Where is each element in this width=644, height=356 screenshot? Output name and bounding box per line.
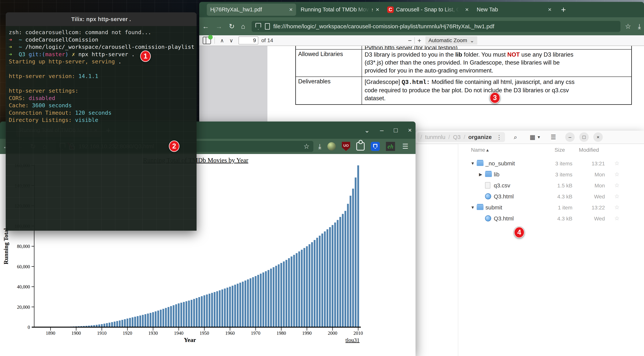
bar-1950 <box>204 295 205 327</box>
star-icon[interactable]: ☆ <box>614 160 620 166</box>
terminal-window: Tilix: npx http-server . zsh: codecarosu… <box>6 12 196 231</box>
extensions-puzzle-icon[interactable] <box>356 142 365 150</box>
url-text[interactable]: file:///home/logic/_workspace/carousell-… <box>273 23 494 30</box>
page-number-input[interactable]: 9 <box>238 36 258 44</box>
svg-text:1930: 1930 <box>148 330 158 336</box>
browser-tab[interactable]: CCarousell - Snap to List, C× <box>384 4 472 16</box>
bar-1983 <box>288 258 290 327</box>
list-tabs-icon[interactable]: ⌄ <box>364 126 370 134</box>
downloads-icon[interactable]: ⤓ <box>638 22 641 30</box>
pdf-sidebar-toggle-icon[interactable] <box>203 37 211 44</box>
minimize-button[interactable]: – <box>565 132 575 142</box>
file-name[interactable]: q3.csv <box>494 182 510 189</box>
file-row[interactable]: Q3.html4.3 kBWed☆ <box>458 214 644 224</box>
downloads-icon[interactable]: ⤓ <box>318 142 321 150</box>
file-modified: 13:22 <box>574 205 605 211</box>
expander-down-icon[interactable]: ▼ <box>470 161 475 166</box>
tab-close-icon[interactable]: × <box>465 6 469 13</box>
star-icon[interactable]: ☆ <box>614 171 620 178</box>
zoom-select[interactable]: Automatic Zoom ⌄ <box>426 36 477 44</box>
file-row[interactable]: q3.csv1.5 kBMon☆ <box>458 180 644 191</box>
expander-right-icon[interactable]: ▶ <box>479 172 482 177</box>
annotation-badge-2: 2 <box>169 140 180 152</box>
kebab-menu-icon[interactable]: ⋮ <box>496 134 502 140</box>
search-icon[interactable]: ⌕ <box>514 134 517 141</box>
bar-1941 <box>180 303 182 327</box>
file-row[interactable]: ▼_no_submit3 items13:21☆ <box>458 158 644 169</box>
home-icon[interactable]: ⌂ <box>241 22 245 30</box>
svg-text:2010: 2010 <box>354 330 363 336</box>
eh-extension-icon[interactable]: eh <box>386 142 395 151</box>
terminal-title: Tilix: npx http-server . <box>71 16 131 22</box>
page-down-icon[interactable]: ∨ <box>230 38 234 44</box>
terminal-line: ➜ ~ /home/logic/_workspace/carousell-com… <box>9 43 194 51</box>
file-name[interactable]: lib <box>494 171 500 178</box>
star-icon[interactable]: ☆ <box>614 204 620 210</box>
file-row[interactable]: ▼submit1 item13:22☆ <box>458 202 644 213</box>
star-icon[interactable]: ☆ <box>614 193 620 200</box>
list-column-headers[interactable]: Name ▲ Size Modified <box>461 147 644 155</box>
terminal-output[interactable]: zsh: codecarosuellcom: command not found… <box>6 26 196 231</box>
file-row[interactable]: Q3.html4.3 kBWed☆ <box>458 192 644 202</box>
app-menu-icon[interactable]: ☰ <box>402 142 408 150</box>
file-size: 3 items <box>534 161 572 167</box>
file-name[interactable]: Q3.html <box>494 193 514 200</box>
file-size: 4.3 kB <box>534 194 572 200</box>
grid-view-icon[interactable]: ▦ <box>530 134 535 141</box>
new-tab-button[interactable]: + <box>561 5 566 14</box>
star-icon[interactable]: ☆ <box>614 182 620 188</box>
star-icon[interactable]: ☆ <box>614 215 620 222</box>
terminal-titlebar[interactable]: Tilix: npx http-server . <box>6 12 196 26</box>
bar-1944 <box>188 300 190 327</box>
breadcrumb[interactable]: / tunmnlu / Q3 / organize ⋮ <box>418 132 505 142</box>
browser-tab[interactable]: New Tab× <box>473 4 555 16</box>
hamburger-menu-icon[interactable]: ☰ <box>550 134 556 141</box>
file-name[interactable]: _no_submit <box>486 160 515 167</box>
bar-1959 <box>226 288 228 327</box>
svg-text:1900: 1900 <box>72 330 81 336</box>
bookmark-star-icon[interactable]: ☆ <box>625 22 631 30</box>
breadcrumb-tunmnlu[interactable]: tunmnlu <box>425 134 445 140</box>
zoom-out-icon[interactable]: − <box>408 37 412 44</box>
maximize-button[interactable]: □ <box>394 126 398 134</box>
browser-tab[interactable]: Hj76RtyXaL_hw1.pdf× <box>207 4 296 16</box>
tab-close-icon[interactable]: × <box>548 6 552 13</box>
zoom-in-icon[interactable]: + <box>418 37 421 44</box>
bar-1994 <box>316 238 318 327</box>
file-modified: Mon <box>574 183 605 189</box>
file-name[interactable]: Q3.html <box>494 215 514 222</box>
page-up-icon[interactable]: ∧ <box>220 38 224 44</box>
tab-close-icon[interactable]: × <box>376 6 379 13</box>
file-size: 4.3 kB <box>534 216 572 222</box>
reload-icon[interactable]: ↻ <box>229 22 234 30</box>
expander-down-icon[interactable]: ▼ <box>470 205 475 210</box>
view-caret-icon[interactable]: ▾ <box>538 134 540 140</box>
bar-1942 <box>183 302 185 327</box>
tracking-shield-icon[interactable] <box>256 23 261 30</box>
maximize-button[interactable]: □ <box>579 132 589 142</box>
bar-1977 <box>273 267 274 327</box>
bitwarden-icon[interactable] <box>371 142 380 151</box>
close-button[interactable]: × <box>408 126 412 134</box>
svg-text:1950: 1950 <box>200 330 209 336</box>
breadcrumb-q3[interactable]: Q3 <box>453 134 460 140</box>
file-name[interactable]: submit <box>486 204 502 211</box>
tab-close-icon[interactable]: × <box>289 6 293 13</box>
bookmark-star-icon[interactable]: ☆ <box>304 142 310 150</box>
bar-1963 <box>237 284 239 327</box>
account-avatar[interactable] <box>328 142 336 150</box>
column-name: Name <box>471 147 485 153</box>
url-bar[interactable]: file:///home/logic/_workspace/carousell-… <box>252 21 620 32</box>
ublock-origin-icon[interactable]: UO <box>342 142 350 151</box>
doc-icon <box>485 182 490 188</box>
forward-icon[interactable]: → <box>216 22 222 30</box>
annotation-badge-4: 4 <box>514 227 524 238</box>
bar-1928 <box>147 314 149 327</box>
svg-text:2000: 2000 <box>328 330 337 336</box>
back-icon[interactable]: ← <box>202 22 209 30</box>
minimize-button[interactable]: – <box>380 126 384 134</box>
close-button[interactable]: × <box>593 132 603 142</box>
bar-1933 <box>160 310 162 327</box>
file-row[interactable]: ▶lib3 itemsMon☆ <box>458 169 644 180</box>
browser-tab[interactable]: Running Total of TMDb Movie× <box>297 4 383 16</box>
